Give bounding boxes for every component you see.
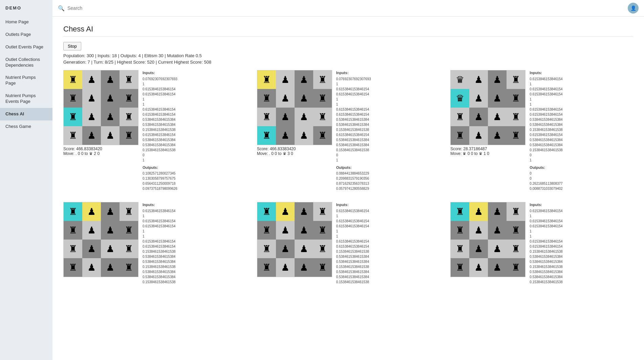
- input-val-1-9: 0.5384615384615384: [336, 122, 371, 127]
- cell-3-3: ♜: [120, 202, 138, 221]
- cell-3-0: ♜: [64, 202, 82, 221]
- input-val-1-2: 0.6153846153846154: [336, 87, 371, 92]
- output-val-0-3: 0.09737518798099626: [143, 186, 177, 191]
- cell-3-4: ♜: [64, 221, 82, 240]
- input-val-4-3: 0.6153846153846154: [336, 224, 369, 229]
- input-val-4-11: 0.1538461538461538: [336, 264, 369, 269]
- output-val-0-0: 0.1082571280027345: [143, 171, 177, 176]
- cell-5-11: ♜: [507, 240, 525, 258]
- input-val-1-3: 0.6153846153846154: [336, 92, 371, 97]
- input-val-3-0: 0.6153846153846154: [143, 208, 175, 213]
- stats-line-2: Generation: 7 | Turn: 8/25 | Highest Sco…: [63, 60, 633, 65]
- cell-4-4: ♜: [257, 221, 276, 240]
- board-info-1: Inputs:0.0769230769230769310.61538461538…: [336, 70, 371, 191]
- cell-1-7: ♜: [313, 89, 332, 108]
- sidebar-item-home[interactable]: Home Page: [0, 16, 52, 28]
- input-val-3-4: 1: [143, 229, 175, 234]
- board-wrap-5: ♜♟♟♜♜♟♟♜♜♟♟♜♜♟♟♜: [450, 202, 525, 285]
- board-container-2: ♛♟♟♜♛♟♟♜♜♟♟♜♜♟♟♜Score: 28.37186487Move: …: [450, 70, 633, 191]
- cell-2-6: ♟: [488, 89, 507, 108]
- cell-1-13: ♟: [276, 126, 295, 145]
- chess-board-0: ♜♟♟♜♜♟♟♜♜♟♟♜♜♟♟♜: [63, 70, 138, 145]
- cell-1-8: ♜: [257, 108, 276, 126]
- stop-button[interactable]: Stop: [63, 42, 81, 50]
- input-val-4-14: 0.1538461538461538: [336, 279, 369, 285]
- cell-0-6: ♟: [101, 89, 120, 108]
- sidebar-item-outlets[interactable]: Outlets Page: [0, 28, 52, 41]
- cell-4-6: ♟: [295, 221, 313, 240]
- cell-2-3: ♜: [507, 70, 525, 89]
- board-score-0: Score: 466.83383420: [63, 147, 138, 151]
- board-wrap-3: ♜♟♟♜♜♟♟♜♜♟♟♜♜♟♟♜: [63, 202, 138, 285]
- cell-2-5: ♟: [469, 89, 488, 108]
- cell-1-12: ♜: [257, 126, 276, 145]
- search-input[interactable]: [67, 5, 628, 11]
- input-val-1-6: 0.6153846153846154: [336, 107, 371, 112]
- cell-0-15: ♜: [120, 126, 138, 145]
- input-val-2-11: 0.6153846153846154: [530, 132, 562, 137]
- input-val-5-11: 0.1538461538461538: [530, 264, 562, 269]
- input-val-4-12: 0.5384615384615384: [336, 269, 369, 274]
- input-val-3-6: 0.6153846153846154: [143, 239, 175, 244]
- sidebar-item-outlet-events[interactable]: Outlet Events Page: [0, 41, 52, 53]
- cell-1-11: ♜: [313, 108, 332, 126]
- sidebar-item-chess-game[interactable]: Chess Game: [0, 120, 52, 133]
- cell-1-4: ♜: [257, 89, 276, 108]
- cell-4-3: ♜: [313, 202, 332, 221]
- input-val-2-2: 0.6153846153846154: [530, 87, 562, 92]
- cell-3-13: ♟: [82, 258, 101, 277]
- cell-5-10: ♟: [488, 240, 507, 258]
- boards-grid: ♜♟♟♜♜♟♟♜♜♟♟♜♜♟♟♜Score: 466.83383420Move:…: [63, 70, 633, 285]
- input-val-3-14: 0.1538461538461538: [143, 279, 175, 285]
- stats-line-1: Population: 300 | Inputs: 18 | Outputs: …: [63, 53, 633, 58]
- input-val-1-1: 1: [336, 82, 371, 87]
- chess-board-3: ♜♟♟♜♜♟♟♜♜♟♟♜♜♟♟♜: [63, 202, 138, 277]
- sidebar-item-chess-ai[interactable]: Chess AI: [0, 108, 52, 120]
- board-score-2: Score: 28.37186487: [450, 147, 525, 151]
- input-val-5-2: 0.6153846153846154: [530, 219, 562, 224]
- input-val-3-7: 0.6153846153846154: [143, 244, 175, 249]
- input-val-5-6: 0.6153846153846154: [530, 239, 562, 244]
- cell-4-15: ♜: [313, 258, 332, 277]
- input-val-0-11: 0.6153846153846154: [143, 132, 177, 137]
- chess-board-4: ♜♟♟♜♜♟♟♜♜♟♟♜♜♟♟♜: [257, 202, 332, 277]
- cell-0-8: ♜: [64, 108, 82, 126]
- cell-4-5: ♟: [276, 221, 295, 240]
- sidebar-item-nutrient-pumps[interactable]: Nutrient Pumps Page: [0, 71, 52, 90]
- inputs-label-0: Inputs:: [143, 70, 177, 76]
- cell-2-10: ♟: [488, 108, 507, 126]
- input-val-2-0: 0.6153846153846154: [530, 76, 562, 82]
- cell-0-1: ♟: [82, 70, 101, 89]
- input-val-5-9: 0.5384615384615384: [530, 254, 562, 259]
- input-val-4-1: 1: [336, 213, 369, 219]
- input-val-5-0: 0.6153846153846154: [530, 208, 562, 213]
- input-val-4-8: 0.1538461538461538: [336, 249, 369, 254]
- cell-2-11: ♜: [507, 108, 525, 126]
- cell-1-3: ♜: [313, 70, 332, 89]
- input-val-2-5: 1: [530, 102, 562, 107]
- inputs-label-4: Inputs:: [336, 202, 369, 208]
- sidebar-item-nutrient-pumps-events[interactable]: Nutrient Pumps Events Page: [0, 90, 52, 108]
- input-val-1-14: 0.1538461538461538: [336, 148, 371, 153]
- input-val-2-8: 0.5384615384615384: [530, 117, 562, 122]
- cell-1-6: ♟: [295, 89, 313, 108]
- input-val-3-12: 0.5384615384615384: [143, 269, 175, 274]
- cell-2-14: ♟: [488, 126, 507, 145]
- cell-3-15: ♜: [120, 258, 138, 277]
- outputs-label-2: Outputs:: [530, 165, 562, 171]
- input-val-4-9: 0.5384615384615384: [336, 254, 369, 259]
- cell-1-1: ♟: [276, 70, 295, 89]
- cell-5-2: ♟: [488, 202, 507, 221]
- cell-5-9: ♟: [469, 240, 488, 258]
- cell-5-15: ♜: [507, 258, 525, 277]
- cell-0-7: ♜: [120, 89, 138, 108]
- sidebar-item-outlet-collections[interactable]: Outlet Collections Dependencies: [0, 53, 52, 72]
- input-val-1-15: 0: [336, 153, 371, 158]
- input-val-4-5: 1: [336, 234, 369, 239]
- board-wrap-1: ♜♟♟♜♜♟♟♜♜♟♟♜♜♟♟♜Score: 466.83383420Move:…: [257, 70, 332, 191]
- input-val-0-8: 0.5384615384615384: [143, 117, 177, 122]
- cell-3-5: ♟: [82, 221, 101, 240]
- input-val-0-13: 0.5384615384615384: [143, 142, 177, 148]
- cell-3-11: ♜: [120, 240, 138, 258]
- cell-0-2: ♟: [101, 70, 120, 89]
